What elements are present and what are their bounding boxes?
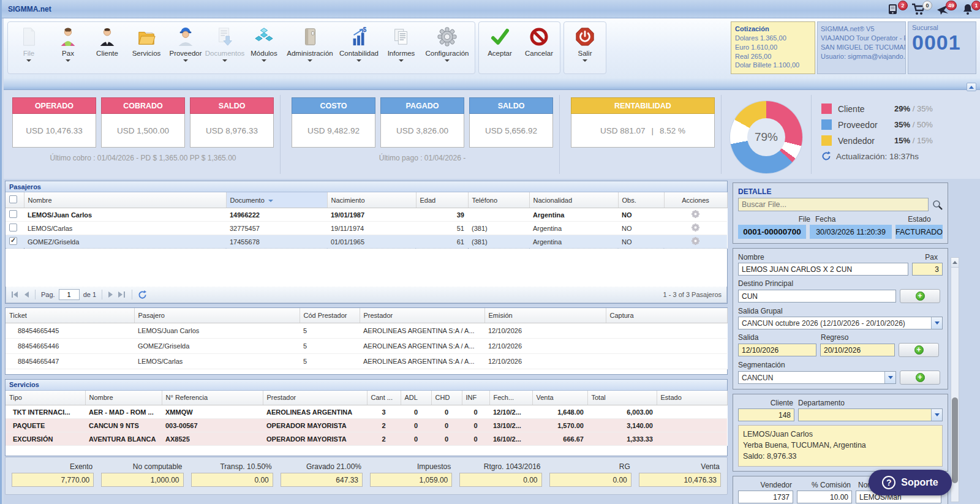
aceptar-button[interactable]: Aceptar: [480, 24, 519, 62]
col-acciones[interactable]: Acciones: [664, 192, 727, 208]
main-toolbar: File Pax Cliente Servicios Proveedor: [4, 18, 980, 78]
col-ticket[interactable]: Ticket: [6, 308, 134, 323]
toolbar-item-modulos[interactable]: Módulos: [244, 24, 284, 62]
col-captura[interactable]: Captura: [606, 308, 727, 323]
col-documento[interactable]: Documento: [226, 192, 327, 208]
refresh-icon[interactable]: [821, 151, 831, 161]
next-page-button[interactable]: [108, 291, 114, 298]
toolbar-divider-strip: [4, 78, 980, 90]
notifications-bell-icon[interactable]: 1: [960, 3, 976, 15]
collapse-summary-button[interactable]: [967, 83, 976, 91]
row-checkbox[interactable]: [9, 224, 17, 231]
col-nacimiento[interactable]: Nacimiento: [327, 192, 416, 208]
col-edad[interactable]: Edad: [416, 192, 468, 208]
add-destino-button[interactable]: +: [900, 289, 940, 303]
toolbar-item-administracion[interactable]: Administración: [284, 24, 336, 62]
pasajero-row[interactable]: LEMOS/Carlas 32775457 19/11/1974 51 (381…: [6, 222, 727, 235]
buscar-file-input[interactable]: [738, 198, 929, 211]
col-telefono[interactable]: Teléfono: [468, 192, 529, 208]
cart-icon[interactable]: 0: [911, 3, 927, 15]
segmentacion-select[interactable]: CANCUN: [738, 371, 896, 384]
scroll-up-arrow[interactable]: [951, 258, 959, 268]
col-tipo[interactable]: Tipo: [6, 391, 85, 405]
select-all-checkbox[interactable]: [9, 195, 17, 203]
salida-input[interactable]: [738, 344, 816, 356]
soporte-button[interactable]: ? Soporte: [869, 470, 952, 495]
row-checkbox[interactable]: [9, 210, 17, 218]
destino-input[interactable]: [738, 290, 896, 303]
configuracion-icon: [436, 26, 458, 48]
pasajero-row[interactable]: LEMOS/Juan Carlos 14966222 19/01/1987 39…: [6, 208, 727, 222]
scroll-thumb[interactable]: [952, 397, 958, 483]
col-prestador-servicio[interactable]: Prestador: [263, 391, 367, 405]
servicio-row[interactable]: EXCURSIÓN AVENTURA BLANCA AX8525 OPERADO…: [6, 432, 727, 446]
toolbar-item-informes[interactable]: Informes: [382, 24, 421, 62]
add-segmentacion-button[interactable]: +: [900, 370, 940, 385]
contabilidad-caret: [356, 59, 361, 62]
detail-scrollbar[interactable]: [951, 257, 959, 502]
select-all-header[interactable]: [6, 192, 24, 208]
flights-icon[interactable]: 49: [935, 3, 951, 15]
messages-icon[interactable]: 2: [886, 3, 902, 15]
page-number-input[interactable]: [59, 289, 80, 300]
last-page-button[interactable]: [118, 291, 126, 298]
col-fecha[interactable]: Fech...: [489, 391, 532, 405]
col-venta[interactable]: Venta: [532, 391, 587, 405]
col-adl[interactable]: ADL: [401, 391, 431, 405]
col-total[interactable]: Total: [587, 391, 657, 405]
add-fechas-button[interactable]: +: [899, 343, 939, 357]
col-referencia[interactable]: N° Referencia: [162, 391, 263, 405]
toolbar-item-file[interactable]: File: [9, 24, 48, 62]
servicios-panel-title: Servicios: [6, 380, 727, 391]
cancelar-button[interactable]: Cancelar: [519, 24, 559, 62]
prev-page-button[interactable]: [23, 291, 29, 298]
col-prestador[interactable]: Prestador: [360, 308, 484, 323]
vend-comision-input[interactable]: [797, 491, 852, 503]
svg-text:$: $: [363, 26, 367, 33]
row-actions[interactable]: [664, 208, 727, 222]
total-venta: Venta 10,476.33: [639, 462, 721, 487]
col-estado[interactable]: Estado: [657, 391, 727, 405]
toolbar-item-servicios[interactable]: Servicios: [127, 24, 166, 62]
servicio-row[interactable]: TKT INTERNACI... AER - MAD - ROM ... XMM…: [6, 405, 727, 419]
col-nombre[interactable]: Nombre: [24, 192, 226, 208]
col-obs[interactable]: Obs.: [618, 192, 664, 208]
servicio-row[interactable]: PAQUETE CANCUN 9 NTS 003-00567 OPERADOR …: [6, 419, 727, 432]
col-cod-prestador[interactable]: Cód Prestador: [300, 308, 360, 323]
toolbar-item-configuracion[interactable]: Configuración: [421, 24, 473, 62]
departamento-select[interactable]: [798, 408, 943, 421]
toolbar-item-pax[interactable]: Pax: [48, 24, 88, 62]
plus-icon: +: [916, 291, 925, 301]
modulos-icon: [253, 26, 275, 48]
toolbar-item-contabilidad[interactable]: $ Contabilidad: [336, 24, 382, 62]
first-page-button[interactable]: [11, 291, 20, 298]
row-actions[interactable]: [664, 222, 727, 235]
salida-grupal-select[interactable]: CANCUN octubre 2026 (12/10/2026 - 20/10/…: [738, 317, 943, 329]
col-pasajero[interactable]: Pasajero: [134, 308, 300, 323]
col-chd[interactable]: CHD: [431, 391, 462, 405]
col-cant[interactable]: Cant ...: [367, 391, 401, 405]
refresh-grid-icon[interactable]: [138, 290, 147, 299]
ticket-row[interactable]: 88454665446 GOMEZ/Griselda 5 AEROLINEAS …: [6, 338, 727, 353]
search-magnifier-icon[interactable]: [932, 200, 943, 210]
nombre-file-input[interactable]: [738, 263, 908, 276]
ticket-row[interactable]: 88454665447 LEMOS/Carlas 5 AEROLINEAS AR…: [6, 353, 727, 369]
col-emision[interactable]: Emisión: [484, 308, 606, 323]
row-actions[interactable]: [664, 235, 727, 249]
col-inf[interactable]: INF: [462, 391, 489, 405]
ticket-row[interactable]: 88454665445 LEMOS/Juan Carlos 5 AEROLINE…: [6, 323, 727, 338]
toolbar-item-proveedor[interactable]: Proveedor: [166, 24, 205, 62]
vendedor-input[interactable]: [738, 491, 793, 503]
regreso-input[interactable]: [820, 344, 895, 356]
pasajero-row-selected[interactable]: GOMEZ/Griselda 17455678 01/01/1965 61 (3…: [6, 235, 727, 249]
cliente-codigo-input[interactable]: [738, 408, 794, 421]
toolbar-item-documentos[interactable]: Documentos: [205, 24, 244, 62]
total-impuestos: Impuestos 1,059.00: [370, 462, 452, 487]
salir-button[interactable]: Salir: [565, 24, 605, 62]
toolbar-item-cliente[interactable]: Cliente: [88, 24, 127, 62]
totales-bar: Exento 7,770.00 No computable 1,000.00 T…: [5, 457, 728, 495]
pax-input[interactable]: [912, 263, 943, 276]
col-nombre-servicio[interactable]: Nombre: [85, 391, 162, 405]
col-nacionalidad[interactable]: Nacionalidad: [529, 192, 618, 208]
row-checkbox-checked[interactable]: [9, 237, 17, 245]
